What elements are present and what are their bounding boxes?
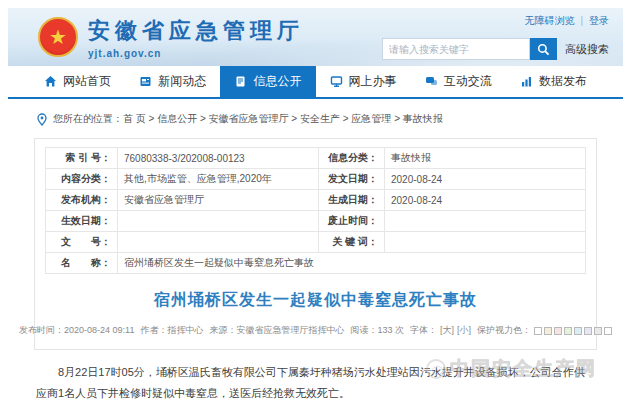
top-utility-links: 无障碍浏览|登录 <box>382 14 609 28</box>
search-bar: 高级搜索 <box>382 38 609 60</box>
article-body: 8月22日17时05分，埇桥区温氏畜牧有限公司下属秦圩种猪场污水处理站因污水提升… <box>36 362 595 404</box>
nav-item-home[interactable]: 网站首页 <box>30 66 125 97</box>
search-input[interactable] <box>382 38 530 60</box>
national-emblem-logo: ★ <box>38 17 78 57</box>
meta-value <box>118 232 319 253</box>
view-count: 阅读：133 次 <box>350 324 404 337</box>
meta-value <box>385 232 586 253</box>
article-card: 索 引 号： 76080338-3/202008-00123 信息分类： 事故快… <box>34 138 597 350</box>
home-icon <box>44 75 57 88</box>
meta-value <box>118 211 319 232</box>
main-nav: 网站首页 新闻动态 信息公开 网上办事 互动交流 数据发布 <box>8 66 623 99</box>
nav-label: 数据发布 <box>539 73 587 90</box>
eye-color-swatch[interactable] <box>554 327 562 335</box>
document-icon <box>234 75 247 88</box>
article-meta-line: 发布时间：2020-08-24 09:11 作者：指挥中心 来源：安徽省应急管理… <box>45 324 586 337</box>
breadcrumb-text[interactable]: 您所在的位置：首 页 > 信息公开 > 安徽省应急管理厅 > 安全生产 > 应急… <box>53 112 443 126</box>
table-row: 生效日期： 废止时间： <box>46 211 586 232</box>
eye-color-swatch[interactable] <box>584 327 592 335</box>
meta-label: 名 称： <box>46 253 118 274</box>
site-title: 安徽省应急管理厅 <box>88 16 304 46</box>
meta-value: 2020-08-24 <box>385 190 586 211</box>
eye-color-swatch[interactable] <box>604 327 612 335</box>
site-brand[interactable]: ★ 安徽省应急管理厅 yjt.ah.gov.cn <box>38 16 304 59</box>
page-title: 宿州埇桥区发生一起疑似中毒窒息死亡事故 <box>45 290 586 311</box>
news-icon <box>139 75 152 88</box>
link-divider: | <box>580 15 583 26</box>
font-size-label: 字体： <box>410 324 437 337</box>
chat-icon <box>425 75 438 88</box>
meta-label: 文 号： <box>46 232 118 253</box>
nav-label: 网上办事 <box>349 73 397 90</box>
site-header: ★ 安徽省应急管理厅 yjt.ah.gov.cn 无障碍浏览|登录 高级搜索 <box>8 8 623 66</box>
table-row: 发布机构： 安徽省应急管理厅 生成日期： 2020-08-24 <box>46 190 586 211</box>
advanced-search-link[interactable]: 高级搜索 <box>565 42 609 57</box>
chart-icon <box>520 75 533 88</box>
meta-value <box>385 211 586 232</box>
meta-label: 生成日期： <box>319 190 385 211</box>
search-button[interactable] <box>530 38 557 60</box>
nav-item-interaction[interactable]: 互动交流 <box>411 66 506 97</box>
search-icon <box>537 43 550 56</box>
nav-label: 信息公开 <box>253 73 301 90</box>
table-row: 索 引 号： 76080338-3/202008-00123 信息分类： 事故快… <box>46 148 586 169</box>
accessibility-link[interactable]: 无障碍浏览 <box>524 15 574 26</box>
eye-color-swatch[interactable] <box>574 327 582 335</box>
login-link[interactable]: 登录 <box>589 15 609 26</box>
document-meta-table: 索 引 号： 76080338-3/202008-00123 信息分类： 事故快… <box>45 147 586 274</box>
site-url: yjt.ah.gov.cn <box>88 48 304 59</box>
font-smaller-button[interactable]: [小] <box>457 324 471 337</box>
page: ★ 安徽省应急管理厅 yjt.ah.gov.cn 无障碍浏览|登录 高级搜索 <box>8 8 623 404</box>
nav-label: 互动交流 <box>444 73 492 90</box>
location-pin-icon <box>36 113 48 126</box>
eye-color-swatch[interactable] <box>564 327 572 335</box>
breadcrumb: 您所在的位置：首 页 > 信息公开 > 安徽省应急管理厅 > 安全生产 > 应急… <box>8 99 623 136</box>
meta-value: 事故快报 <box>385 148 586 169</box>
meta-value: 安徽省应急管理厅 <box>118 190 319 211</box>
source: 来源：安徽省应急管理厅指挥中心 <box>209 324 344 337</box>
article-paragraph: 8月22日17时05分，埇桥区温氏畜牧有限公司下属秦圩种猪场污水处理站因污水提升… <box>36 362 595 404</box>
meta-value: 宿州埇桥区发生一起疑似中毒窒息死亡事故 <box>118 253 586 274</box>
nav-item-online-services[interactable]: 网上办事 <box>316 66 411 97</box>
meta-label: 内容分类： <box>46 169 118 190</box>
publish-time: 发布时间：2020-08-24 09:11 <box>19 324 134 337</box>
author: 作者：指挥中心 <box>140 324 203 337</box>
font-larger-button[interactable]: [大] <box>440 324 454 337</box>
meta-label: 信息分类： <box>319 148 385 169</box>
eye-color-swatch[interactable] <box>544 327 552 335</box>
nav-label: 新闻动态 <box>158 73 206 90</box>
nav-item-data-release[interactable]: 数据发布 <box>506 66 601 97</box>
table-row: 文 号： 关 键 词： <box>46 232 586 253</box>
nav-item-info-disclosure[interactable]: 信息公开 <box>220 66 315 97</box>
meta-value: 其他,市场监管、应急管理,2020年 <box>118 169 319 190</box>
meta-label: 关 键 词： <box>319 232 385 253</box>
meta-label: 发文日期： <box>319 169 385 190</box>
table-row: 内容分类： 其他,市场监管、应急管理,2020年 发文日期： 2020-08-2… <box>46 169 586 190</box>
eye-color-swatches <box>534 327 612 335</box>
meta-value: 76080338-3/202008-00123 <box>118 148 319 169</box>
meta-label: 生效日期： <box>46 211 118 232</box>
eye-protection-label: 保护视力色： <box>477 324 531 337</box>
monitor-icon <box>330 75 343 88</box>
meta-value: 2020-08-24 <box>385 169 586 190</box>
eye-color-swatch[interactable] <box>534 327 542 335</box>
meta-label: 索 引 号： <box>46 148 118 169</box>
meta-label: 发布机构： <box>46 190 118 211</box>
meta-label: 废止时间： <box>319 211 385 232</box>
nav-item-news[interactable]: 新闻动态 <box>125 66 220 97</box>
nav-label: 网站首页 <box>63 73 111 90</box>
eye-color-swatch[interactable] <box>594 327 602 335</box>
table-row: 名 称： 宿州埇桥区发生一起疑似中毒窒息死亡事故 <box>46 253 586 274</box>
